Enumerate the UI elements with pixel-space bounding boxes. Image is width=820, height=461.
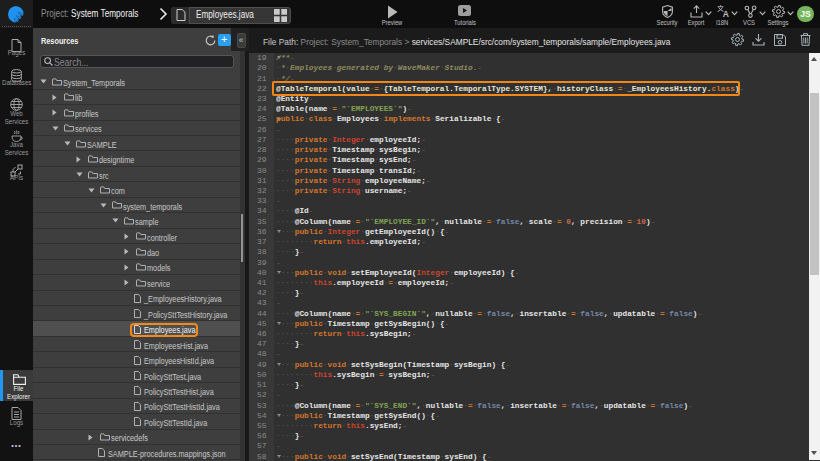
svg-text:A: A	[722, 8, 728, 16]
